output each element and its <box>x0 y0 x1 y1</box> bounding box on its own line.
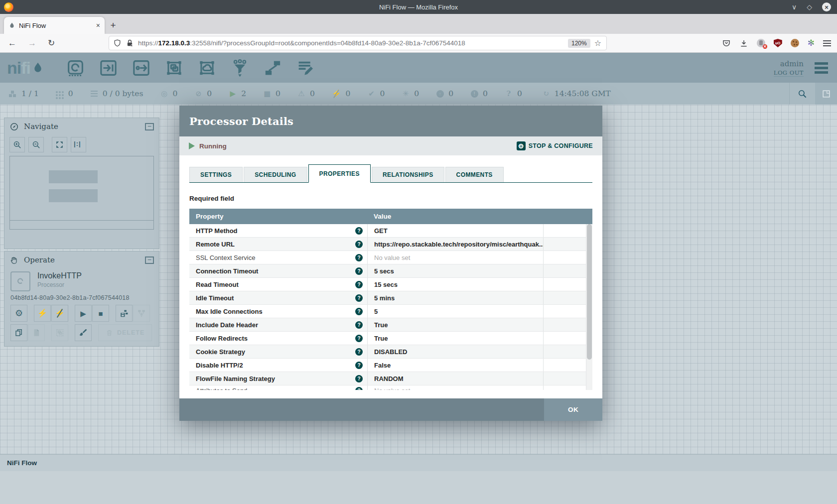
pocket-icon[interactable] <box>722 39 731 48</box>
tab-close-icon[interactable]: × <box>96 21 100 29</box>
paste-button[interactable] <box>28 324 45 341</box>
upload-template-button[interactable] <box>133 305 150 322</box>
current-user: admin <box>774 59 804 68</box>
property-value-cell: True <box>367 318 543 331</box>
create-template-button[interactable] <box>116 305 133 322</box>
help-icon[interactable]: ? <box>355 321 363 329</box>
zoom-out-icon <box>31 140 41 149</box>
property-name-cell: Cookie Strategy? <box>189 345 367 358</box>
search-button[interactable] <box>789 83 815 105</box>
zoom-in-button[interactable] <box>9 137 25 152</box>
property-name: HTTP Method <box>196 227 238 235</box>
table-row: Connection Timeout?5 secs <box>189 264 586 278</box>
disable-button[interactable]: ⚡ <box>51 305 68 322</box>
lock-icon[interactable] <box>126 39 134 47</box>
cookie-icon[interactable] <box>791 39 799 47</box>
back-icon[interactable]: ← <box>8 39 16 47</box>
url-host: 172.18.0.3 <box>158 39 190 47</box>
collapse-operate-icon[interactable]: − <box>145 256 154 264</box>
collapse-navigate-icon[interactable]: − <box>145 123 154 130</box>
status-cluster-count: 1 / 1 <box>21 89 39 98</box>
process-group-icon[interactable] <box>165 59 183 77</box>
refresh-icon[interactable]: ↻ <box>542 90 550 98</box>
help-icon[interactable]: ? <box>355 308 363 315</box>
output-port-icon[interactable] <box>132 59 150 77</box>
browser-tab[interactable]: NiFi Flow × <box>4 17 105 34</box>
tab-scheduling[interactable]: SCHEDULING <box>244 167 307 182</box>
component-id: 04b8fd14-80a9-30e2-8b1a-7cf067544018 <box>4 291 159 302</box>
table-row: Follow Redirects?True <box>189 332 586 345</box>
help-icon[interactable]: ? <box>355 375 363 382</box>
download-icon[interactable] <box>739 39 748 48</box>
copy-button[interactable] <box>10 324 27 341</box>
status-locally-modified-count: 0 <box>414 89 419 98</box>
start-button[interactable]: ▶ <box>75 305 92 322</box>
remote-process-group-icon[interactable] <box>198 59 216 77</box>
zoom-level-badge[interactable]: 120% <box>568 39 590 48</box>
ublock-icon[interactable]: uO <box>774 39 782 47</box>
url-path: :32558/nifi/?processGroupId=root&compone… <box>190 39 465 47</box>
help-icon[interactable]: ? <box>355 254 363 261</box>
enable-button[interactable]: ⚡ <box>34 305 51 322</box>
help-icon[interactable]: ? <box>355 294 363 302</box>
help-icon[interactable]: ? <box>355 227 363 235</box>
status-running: ▶2 <box>229 89 246 98</box>
url-bar[interactable]: https://172.18.0.3:32558/nifi/?processGr… <box>109 36 607 50</box>
table-scrollbar[interactable] <box>586 224 592 390</box>
logout-link[interactable]: LOG OUT <box>774 69 804 77</box>
nifi-header: nifi admin LOG OUT <box>0 53 837 83</box>
menu-icon[interactable] <box>823 40 831 41</box>
property-value-cell: GET <box>367 224 543 237</box>
fill-color-button[interactable] <box>75 324 92 341</box>
template-icon[interactable] <box>264 59 282 77</box>
funnel-icon[interactable] <box>231 59 249 77</box>
reload-icon[interactable]: ↻ <box>48 39 55 47</box>
breadcrumb[interactable]: NiFi Flow <box>0 454 837 471</box>
panel-toggle-button[interactable] <box>815 83 837 105</box>
table-row: SSL Context Service?No value set <box>189 251 586 264</box>
processor-icon[interactable] <box>66 59 85 77</box>
delete-button[interactable]: DELETE <box>98 324 152 341</box>
page-bottom <box>0 471 837 504</box>
new-tab-button[interactable]: + <box>105 17 122 34</box>
row-actions-cell <box>543 278 586 291</box>
properties-table: Property Value HTTP Method?GETRemote URL… <box>189 209 592 390</box>
stop-and-configure-button[interactable]: ⚙ STOP & CONFIGURE <box>517 141 593 150</box>
tab-comments[interactable]: COMMENTS <box>445 167 504 182</box>
shield-icon[interactable] <box>113 39 122 47</box>
bookmark-star-icon[interactable]: ☆ <box>594 39 601 47</box>
global-menu-icon[interactable] <box>815 62 828 65</box>
extension-icon[interactable] <box>757 39 765 47</box>
property-name-cell: Max Idle Connections? <box>189 305 367 318</box>
ok-button[interactable]: OK <box>544 398 602 421</box>
input-port-icon[interactable] <box>99 59 118 77</box>
tab-properties[interactable]: PROPERTIES <box>308 164 371 183</box>
stop-button[interactable]: ■ <box>92 305 109 322</box>
property-name-cell: Attributes to Send? <box>189 385 367 390</box>
label-icon[interactable] <box>296 59 315 77</box>
configuration-button[interactable]: ⚙ <box>10 305 27 322</box>
zoom-actual-button[interactable]: |:| <box>71 137 86 152</box>
nifi-logo: nifi <box>7 60 44 76</box>
zoom-fit-button[interactable] <box>52 137 67 152</box>
row-actions-cell <box>543 224 586 237</box>
sparkle-extension-icon[interactable]: ✻ <box>808 39 815 47</box>
help-icon[interactable]: ? <box>355 281 363 288</box>
group-button[interactable] <box>51 324 68 341</box>
tab-relationships[interactable]: RELATIONSHIPS <box>372 167 444 182</box>
help-icon[interactable]: ? <box>355 348 363 356</box>
birdseye-minimap[interactable] <box>9 156 154 221</box>
zoom-out-button[interactable] <box>28 137 44 152</box>
help-icon[interactable]: ? <box>355 362 363 369</box>
property-name-cell: Disable HTTP/2? <box>189 359 367 372</box>
property-name: SSL Context Service <box>196 254 255 261</box>
forward-icon[interactable]: → <box>28 39 36 47</box>
help-icon[interactable]: ? <box>355 241 363 248</box>
row-actions-cell <box>543 251 586 264</box>
property-value-cell: No value set <box>367 385 543 390</box>
help-icon[interactable]: ? <box>355 267 363 275</box>
help-icon[interactable]: ? <box>355 335 363 342</box>
tab-settings[interactable]: SETTINGS <box>189 167 243 182</box>
scrollbar-thumb[interactable] <box>587 224 592 360</box>
help-icon[interactable]: ? <box>355 387 363 390</box>
